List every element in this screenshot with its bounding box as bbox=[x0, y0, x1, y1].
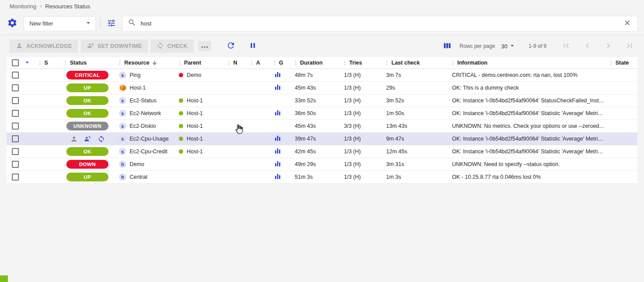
information-cell: OK - 10.25.8.77 rta 0.046ms lost 0% bbox=[448, 174, 606, 180]
table-row[interactable]: OK sEc2-Cpu-Credit Host-1 42m 45s 1/3 (H… bbox=[7, 145, 637, 158]
resource-cell: sEc2-Cpu-Credit bbox=[115, 148, 174, 155]
filter-settings-button[interactable] bbox=[5, 16, 19, 31]
drag-handle-icon[interactable]: ⋮ bbox=[608, 60, 615, 66]
drag-handle-icon[interactable]: ⋮ bbox=[449, 60, 457, 66]
resources-table: ⋮S ⋮Status ⋮Resource ⋮Parent ⋮N ⋮A ⋮G ⋮D… bbox=[7, 57, 637, 184]
downtime-icon[interactable] bbox=[84, 135, 91, 143]
edit-columns-button[interactable] bbox=[441, 40, 453, 53]
row-checkbox[interactable] bbox=[12, 161, 19, 168]
drag-handle-icon[interactable]: ⋮ bbox=[176, 60, 184, 66]
table-body: CRITICAL sPing Demo 48m 7s 1/3 (H) 3m 7s… bbox=[7, 69, 637, 184]
chevron-down-icon bbox=[508, 42, 516, 51]
column-header-severity[interactable]: ⋮S bbox=[35, 60, 60, 66]
column-header-state[interactable]: ⋮State bbox=[606, 60, 637, 66]
column-header-status[interactable]: ⋮Status bbox=[60, 60, 115, 66]
graph-button[interactable] bbox=[274, 159, 282, 169]
column-header-tries[interactable]: ⋮Tries bbox=[340, 60, 382, 66]
next-page-button[interactable] bbox=[601, 39, 616, 54]
column-header-parent[interactable]: ⋮Parent bbox=[174, 60, 224, 66]
table-row[interactable]: OK sEc2-Network Host-1 36m 50s 1/3 (H) 1… bbox=[7, 107, 637, 120]
check-icon[interactable] bbox=[98, 135, 105, 143]
tries-cell: 1/3 (H) bbox=[340, 72, 382, 78]
information-cell: UNKNOWN: Need to specify --status option… bbox=[448, 161, 606, 167]
parent-cell: Host-1 bbox=[174, 110, 224, 116]
select-all-checkbox[interactable] bbox=[12, 59, 19, 66]
acknowledge-button[interactable]: ACKNOWLEDGE bbox=[10, 40, 78, 53]
row-checkbox[interactable] bbox=[12, 123, 19, 130]
drag-handle-icon[interactable]: ⋮ bbox=[225, 60, 233, 66]
resource-name: Ping bbox=[130, 72, 141, 78]
search-input[interactable] bbox=[141, 20, 617, 27]
acknowledge-icon[interactable] bbox=[70, 135, 78, 143]
breadcrumb-item-monitoring[interactable]: Monitoring bbox=[10, 3, 36, 10]
resource-name: Ec2-Network bbox=[130, 110, 161, 116]
column-header-resource[interactable]: ⋮Resource bbox=[115, 60, 174, 66]
column-header-action[interactable]: ⋮A bbox=[246, 60, 269, 66]
row-checkbox[interactable] bbox=[12, 174, 19, 181]
table-row[interactable]: UP Host-1 45m 43s 1/3 (H) 29s OK: This i… bbox=[7, 82, 637, 94]
table-row[interactable]: DOWN hDemo 49m 29s 1/3 (H) 3m 31s UNKNOW… bbox=[7, 158, 637, 171]
service-icon: s bbox=[119, 135, 126, 142]
drag-handle-icon[interactable]: ⋮ bbox=[384, 60, 391, 66]
graph-button[interactable] bbox=[274, 147, 282, 156]
tries-cell: 1/3 (H) bbox=[340, 174, 382, 180]
drag-handle-icon[interactable]: ⋮ bbox=[271, 60, 279, 66]
clear-search-button[interactable] bbox=[622, 17, 633, 30]
graph-button[interactable] bbox=[274, 70, 282, 80]
graph-button[interactable] bbox=[274, 83, 282, 93]
pause-refresh-button[interactable] bbox=[247, 40, 259, 53]
row-checkbox[interactable] bbox=[12, 72, 19, 79]
service-icon: s bbox=[119, 148, 126, 155]
table-header-row: ⋮S ⋮Status ⋮Resource ⋮Parent ⋮N ⋮A ⋮G ⋮D… bbox=[7, 57, 637, 69]
service-icon: s bbox=[119, 123, 126, 130]
drag-handle-icon[interactable]: ⋮ bbox=[341, 60, 349, 66]
set-downtime-button-label: SET DOWNTIME bbox=[98, 43, 142, 49]
more-actions-button[interactable] bbox=[198, 41, 211, 51]
check-button[interactable]: CHECK bbox=[151, 40, 194, 53]
table-row[interactable]: sEc2-Cpu-Usage Host-1 39m 47s 1/3 (H) 9m… bbox=[7, 133, 637, 145]
drag-handle-icon[interactable]: ⋮ bbox=[248, 60, 256, 66]
columns-icon bbox=[443, 41, 452, 51]
resource-cell: sEc2-Status bbox=[115, 97, 174, 104]
column-header-duration[interactable]: ⋮Duration bbox=[290, 60, 340, 66]
drag-handle-icon[interactable]: ⋮ bbox=[62, 60, 70, 66]
column-header-graph[interactable]: ⋮G bbox=[269, 60, 290, 66]
sort-desc-icon bbox=[152, 60, 158, 66]
last-check-cell: 12m 45s bbox=[382, 148, 448, 155]
column-header-notes[interactable]: ⋮N bbox=[224, 60, 246, 66]
row-checkbox[interactable] bbox=[12, 110, 19, 117]
row-checkbox[interactable] bbox=[12, 84, 19, 91]
rows-per-page-select[interactable]: 30 bbox=[501, 41, 516, 52]
select-all-caret-icon[interactable] bbox=[23, 58, 31, 68]
graph-button[interactable] bbox=[274, 134, 282, 144]
row-checkbox[interactable] bbox=[12, 148, 19, 155]
refresh-icon bbox=[226, 41, 235, 51]
set-downtime-button[interactable]: SET DOWNTIME bbox=[81, 40, 148, 53]
graph-button[interactable] bbox=[274, 108, 282, 118]
resource-name: Ec2-Cpu-Credit bbox=[130, 148, 167, 155]
table-row[interactable]: OK sEc2-Status Host-1 33m 52s 1/3 (H) 3m… bbox=[7, 94, 637, 107]
table-row[interactable]: UP hCentral 51m 3s 1/3 (H) 1m 3s OK - 10… bbox=[7, 171, 637, 184]
table-row[interactable]: UNKNOWN sEc2-Diskio Host-1 45m 43s 3/3 (… bbox=[7, 120, 637, 133]
status-badge: OK bbox=[66, 147, 109, 156]
breadcrumb-item-resources-status: Resources Status bbox=[45, 3, 90, 10]
first-page-button[interactable] bbox=[559, 39, 574, 54]
filter-options-button[interactable] bbox=[105, 17, 118, 31]
host-icon: h bbox=[119, 174, 126, 181]
column-header-information[interactable]: ⋮Information bbox=[448, 60, 606, 66]
row-checkbox[interactable] bbox=[12, 97, 19, 104]
table-row[interactable]: CRITICAL sPing Demo 48m 7s 1/3 (H) 3m 7s… bbox=[7, 69, 637, 82]
graph-button[interactable] bbox=[274, 172, 282, 182]
saved-filter-select[interactable]: New filter bbox=[24, 16, 96, 31]
drag-handle-icon[interactable]: ⋮ bbox=[292, 60, 300, 66]
refresh-button[interactable] bbox=[224, 39, 237, 53]
chevron-right-icon bbox=[604, 41, 613, 52]
tries-cell: 1/3 (H) bbox=[340, 148, 382, 155]
column-header-last-check[interactable]: ⋮Last check bbox=[382, 60, 448, 66]
previous-page-button[interactable] bbox=[580, 39, 595, 54]
drag-handle-icon[interactable]: ⋮ bbox=[116, 60, 124, 66]
aws-host-icon bbox=[119, 84, 126, 91]
row-checkbox[interactable] bbox=[12, 135, 19, 142]
last-page-button[interactable] bbox=[622, 39, 637, 54]
drag-handle-icon[interactable]: ⋮ bbox=[36, 60, 44, 66]
